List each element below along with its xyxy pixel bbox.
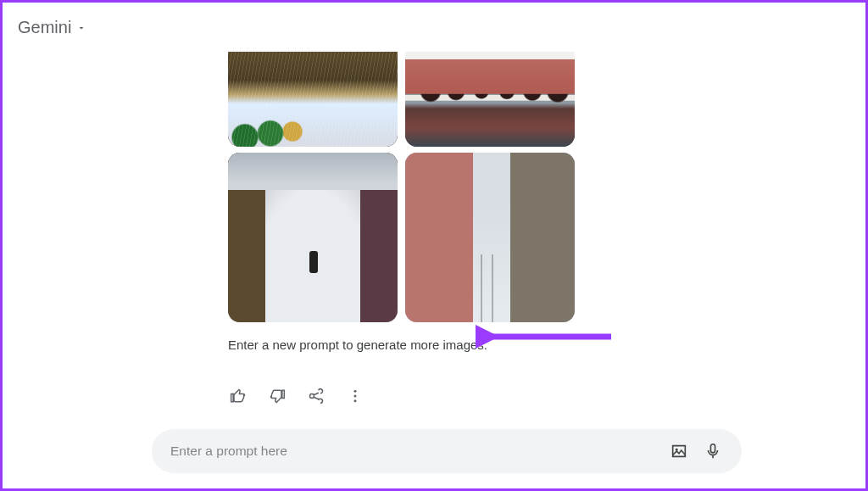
response-actions: [228, 386, 635, 406]
generated-image-1[interactable]: [228, 52, 398, 147]
generated-images-row-2: [228, 153, 576, 322]
hint-text: Enter a new prompt to generate more imag…: [228, 338, 635, 352]
chevron-down-icon: [76, 23, 86, 33]
share-icon[interactable]: [306, 386, 326, 406]
model-selector[interactable]: Gemini: [18, 18, 86, 37]
app-title: Gemini: [18, 18, 71, 37]
generated-image-4[interactable]: [405, 153, 575, 322]
response-block: Enter a new prompt to generate more imag…: [228, 52, 635, 406]
image-icon[interactable]: [662, 434, 696, 468]
thumbs-down-icon[interactable]: [267, 386, 287, 406]
generated-images-row-1: [228, 52, 576, 147]
svg-rect-5: [710, 444, 715, 453]
svg-point-0: [354, 390, 357, 393]
thumbs-up-icon[interactable]: [228, 386, 248, 406]
svg-point-2: [354, 399, 357, 402]
generated-image-3[interactable]: [228, 153, 398, 322]
microphone-icon[interactable]: [696, 434, 730, 468]
more-options-icon[interactable]: [345, 386, 365, 406]
svg-point-1: [354, 395, 357, 398]
prompt-input[interactable]: [170, 444, 662, 459]
generated-image-2[interactable]: [405, 52, 575, 147]
prompt-bar: [152, 429, 742, 473]
